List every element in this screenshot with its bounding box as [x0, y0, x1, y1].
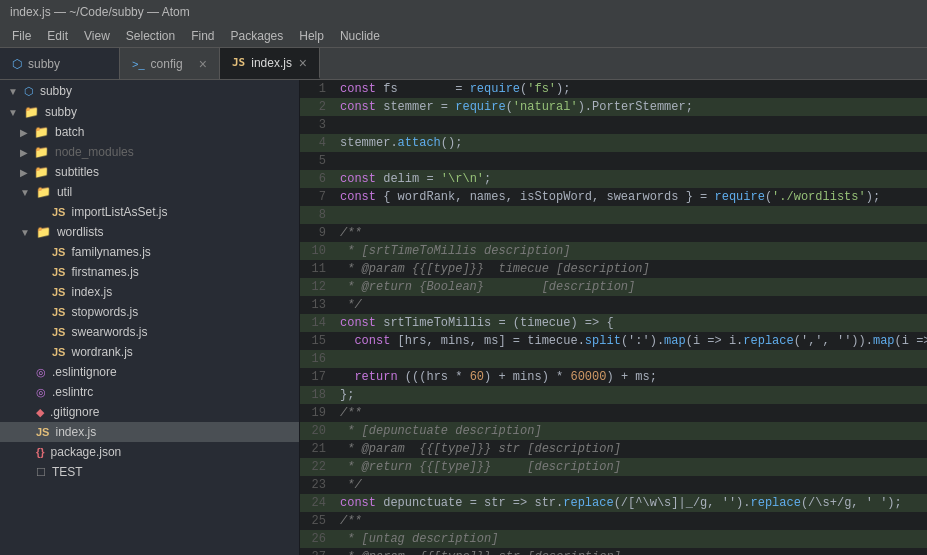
code-line-21: 21 * @param {{[type]}} str [description]	[300, 440, 927, 458]
eslint-icon-eslintrc: ◎	[36, 386, 46, 399]
line-content-16[interactable]	[336, 350, 927, 368]
menu-item-file[interactable]: File	[4, 27, 39, 45]
code-line-17: 17 return (((hrs * 60) + mins) * 60000) …	[300, 368, 927, 386]
code-line-6: 6const delim = '\r\n';	[300, 170, 927, 188]
menu-item-view[interactable]: View	[76, 27, 118, 45]
line-content-7[interactable]: const { wordRank, names, isStopWord, swe…	[336, 188, 927, 206]
sidebar-project[interactable]: ⬡ subby	[0, 80, 299, 102]
line-content-13[interactable]: */	[336, 296, 927, 314]
line-content-22[interactable]: * @return {{[type]}} [description]	[336, 458, 927, 476]
line-content-19[interactable]: /**	[336, 404, 927, 422]
line-content-26[interactable]: * [untag description]	[336, 530, 927, 548]
sidebar-item-test[interactable]: ☐TEST	[0, 462, 299, 482]
code-line-7: 7const { wordRank, names, isStopWord, sw…	[300, 188, 927, 206]
line-content-23[interactable]: */	[336, 476, 927, 494]
titlebar-text: index.js — ~/Code/subby — Atom	[10, 5, 190, 19]
chevron-subby-root	[8, 107, 18, 118]
folder-icon-subby-root: 📁	[24, 105, 39, 119]
chevron-node_modules	[20, 147, 28, 158]
tab-tree[interactable]: ⬡ subby	[0, 48, 120, 79]
sidebar-label-stopwords: stopwords.js	[71, 305, 138, 319]
sidebar-label-wordlists-index: index.js	[71, 285, 112, 299]
line-content-25[interactable]: /**	[336, 512, 927, 530]
chevron-batch	[20, 127, 28, 138]
line-number-12: 12	[300, 278, 336, 296]
sidebar-label-swearwords: swearwords.js	[71, 325, 147, 339]
code-line-13: 13 */	[300, 296, 927, 314]
project-icon: ⬡	[24, 85, 34, 98]
sidebar-item-eslintrc[interactable]: ◎.eslintrc	[0, 382, 299, 402]
line-number-8: 8	[300, 206, 336, 224]
sidebar-item-subtitles[interactable]: 📁subtitles	[0, 162, 299, 182]
sidebar-item-subby-root[interactable]: 📁subby	[0, 102, 299, 122]
line-content-24[interactable]: const depunctuate = str => str.replace(/…	[336, 494, 927, 512]
sidebar-label-util: util	[57, 185, 72, 199]
chevron-wordlists	[20, 227, 30, 238]
line-number-1: 1	[300, 80, 336, 98]
line-content-14[interactable]: const srtTimeToMillis = (timecue) => {	[336, 314, 927, 332]
line-content-3[interactable]	[336, 116, 927, 134]
sidebar-label-firstnames: firstnames.js	[71, 265, 138, 279]
tab-index[interactable]: JSindex.js×	[220, 48, 320, 79]
line-content-11[interactable]: * @param {{[type]}} timecue [description…	[336, 260, 927, 278]
sidebar-item-batch[interactable]: 📁batch	[0, 122, 299, 142]
sidebar-item-wordrank[interactable]: JSwordrank.js	[0, 342, 299, 362]
line-content-18[interactable]: };	[336, 386, 927, 404]
tab-config[interactable]: >_config×	[120, 48, 220, 79]
sidebar-item-root-index[interactable]: JSindex.js	[0, 422, 299, 442]
menu-item-find[interactable]: Find	[183, 27, 222, 45]
line-content-10[interactable]: * [srtTimeToMillis description]	[336, 242, 927, 260]
tab-close-index[interactable]: ×	[299, 56, 307, 70]
line-content-6[interactable]: const delim = '\r\n';	[336, 170, 927, 188]
sidebar-item-wordlists[interactable]: 📁wordlists	[0, 222, 299, 242]
git-icon-gitignore: ◆	[36, 406, 44, 419]
code-line-25: 25/**	[300, 512, 927, 530]
line-content-2[interactable]: const stemmer = require('natural').Porte…	[336, 98, 927, 116]
menu-item-edit[interactable]: Edit	[39, 27, 76, 45]
sidebar-item-gitignore[interactable]: ◆.gitignore	[0, 402, 299, 422]
menu-item-selection[interactable]: Selection	[118, 27, 183, 45]
line-content-20[interactable]: * [depunctuate description]	[336, 422, 927, 440]
line-content-8[interactable]	[336, 206, 927, 224]
menu-item-help[interactable]: Help	[291, 27, 332, 45]
line-content-17[interactable]: return (((hrs * 60) + mins) * 60000) + m…	[336, 368, 927, 386]
line-content-5[interactable]	[336, 152, 927, 170]
line-number-2: 2	[300, 98, 336, 116]
line-content-27[interactable]: * @param {{[type]}} str [description]	[336, 548, 927, 555]
sidebar-label-familynames: familynames.js	[71, 245, 150, 259]
sidebar-item-node_modules[interactable]: 📁node_modules	[0, 142, 299, 162]
line-content-12[interactable]: * @return {Boolean} [description]	[336, 278, 927, 296]
tab-close-config[interactable]: ×	[199, 57, 207, 71]
tab-icon-config: >_	[132, 58, 145, 70]
sidebar-item-familynames[interactable]: JSfamilynames.js	[0, 242, 299, 262]
sidebar-item-swearwords[interactable]: JSswearwords.js	[0, 322, 299, 342]
sidebar-item-firstnames[interactable]: JSfirstnames.js	[0, 262, 299, 282]
sidebar-item-package-json[interactable]: {}package.json	[0, 442, 299, 462]
menu-item-nuclide[interactable]: Nuclide	[332, 27, 388, 45]
line-content-15[interactable]: const [hrs, mins, ms] = timecue.split(':…	[336, 332, 927, 350]
sidebar-item-eslintignore[interactable]: ◎.eslintignore	[0, 362, 299, 382]
sidebar-item-stopwords[interactable]: JSstopwords.js	[0, 302, 299, 322]
js-icon-firstnames: JS	[52, 266, 65, 278]
line-number-15: 15	[300, 332, 336, 350]
code-editor[interactable]: 1const fs = require('fs');2const stemmer…	[300, 80, 927, 555]
sidebar-label-package-json: package.json	[51, 445, 122, 459]
line-number-18: 18	[300, 386, 336, 404]
project-chevron	[8, 86, 18, 97]
code-line-8: 8	[300, 206, 927, 224]
line-number-7: 7	[300, 188, 336, 206]
sidebar-item-importListAsSet[interactable]: JSimportListAsSet.js	[0, 202, 299, 222]
line-content-9[interactable]: /**	[336, 224, 927, 242]
sidebar-item-util[interactable]: 📁util	[0, 182, 299, 202]
sidebar-label-wordrank: wordrank.js	[71, 345, 132, 359]
sidebar-label-test: TEST	[52, 465, 83, 479]
sidebar-label-root-index: index.js	[55, 425, 96, 439]
js-icon-swearwords: JS	[52, 326, 65, 338]
line-content-4[interactable]: stemmer.attach();	[336, 134, 927, 152]
txt-icon-test: ☐	[36, 466, 46, 479]
line-content-21[interactable]: * @param {{[type]}} str [description]	[336, 440, 927, 458]
code-line-27: 27 * @param {{[type]}} str [description]	[300, 548, 927, 555]
line-content-1[interactable]: const fs = require('fs');	[336, 80, 927, 98]
menu-item-packages[interactable]: Packages	[223, 27, 292, 45]
sidebar-item-wordlists-index[interactable]: JSindex.js	[0, 282, 299, 302]
